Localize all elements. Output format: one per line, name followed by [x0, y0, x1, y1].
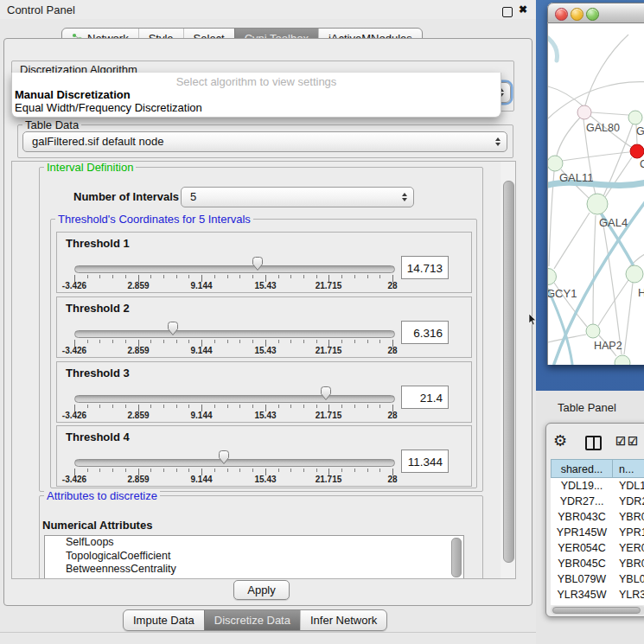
column-header-name[interactable]: n... — [613, 459, 644, 478]
tab-discretize-data[interactable]: Discretize Data — [204, 610, 300, 630]
float-window-icon[interactable] — [502, 7, 513, 17]
table-data-title: Table Data — [22, 118, 81, 131]
threshold-1-panel: Threshold 1 -3.4262.8599.14415.4321.7152… — [56, 232, 472, 293]
threshold-4-slider[interactable] — [74, 459, 395, 467]
slider-handle[interactable] — [319, 386, 333, 401]
panel-title: Control Panel — [7, 3, 75, 16]
network-view-window: GAL80 GA C GAL11 GAL4 GCY1 H HAP2 — [547, 3, 644, 365]
combo-arrows-icon — [495, 137, 501, 146]
threshold-label: Threshold 4 — [66, 430, 130, 443]
node-gal11[interactable] — [548, 156, 563, 171]
app-root: Control Panel ✖ Network Style Select Cyn… — [0, 0, 644, 644]
node-label-gal4: GAL4 — [599, 216, 628, 229]
viewport-scrollbar-thumb[interactable] — [503, 181, 514, 563]
table-row[interactable]: YDR27...YDR2 — [551, 494, 644, 509]
minimize-traffic-light[interactable] — [571, 8, 583, 21]
tab-infer-network[interactable]: Infer Network — [300, 610, 386, 630]
node-gal4[interactable] — [587, 194, 608, 214]
threshold-4-panel: Threshold 4 -3.4262.8599.14415.4321.7152… — [56, 425, 472, 487]
node-label-gcy1: GCY1 — [548, 287, 577, 300]
table-panel-title: Table Panel — [558, 401, 616, 414]
combo-arrows-icon — [402, 193, 407, 201]
table-row[interactable]: YER054CYER0 — [551, 540, 644, 556]
node-right-h[interactable] — [626, 265, 643, 283]
table-rows: YDL19...YDL1 YDR27...YDR2 YBR043CYBR0 YP… — [551, 478, 644, 605]
table-row[interactable]: YIL052CYIL0 — [551, 603, 644, 605]
table-row[interactable]: YBR043CYBR0 — [551, 509, 644, 525]
threshold-label: Threshold 1 — [66, 237, 130, 250]
close-icon[interactable]: ✖ — [519, 3, 527, 16]
dropdown-option-manual[interactable]: Manual Discretization — [15, 88, 131, 101]
table-data-combobox[interactable]: galFiltered.sif default node — [22, 131, 507, 152]
node-bottom[interactable] — [615, 355, 630, 365]
table-row[interactable]: YDL19...YDL1 — [551, 478, 644, 494]
table-row[interactable]: YPR145WYPR1 — [551, 525, 644, 540]
number-of-intervals-combobox[interactable]: 5 — [181, 187, 414, 207]
table-horizontal-scrollbar[interactable] — [551, 606, 644, 615]
column-header-shared-name[interactable]: shared... — [551, 459, 613, 478]
list-item[interactable]: BetweennessCentrality — [45, 563, 463, 577]
number-of-intervals-label: Number of Intervals — [73, 190, 179, 203]
thresholds-group-title: Threshold's Coordinates for 5 Intervals — [55, 213, 253, 226]
table-row[interactable]: YBR045CYBR0 — [551, 556, 644, 571]
checkbox-checked-icon[interactable]: ☑ — [628, 435, 638, 448]
table-hscrollbar-thumb[interactable] — [552, 607, 641, 614]
threshold-label: Threshold 2 — [66, 302, 130, 315]
dock-bottom-divider — [0, 632, 536, 633]
table-row[interactable]: YBL079WYBL0 — [551, 571, 644, 587]
node-gal80[interactable] — [577, 105, 591, 119]
tab-impute-data[interactable]: Impute Data — [124, 610, 204, 630]
numerical-attributes-list: SelfLoops TopologicalCoefficient Between… — [44, 535, 464, 579]
node-gcy1[interactable] — [548, 269, 557, 285]
viewport-scrollbar[interactable] — [501, 161, 516, 579]
node-attribute-table: shared... n... YDL19...YDL1 YDR27...YDR2… — [551, 459, 644, 605]
algorithm-dropdown-popup: Select algorithm to view settings Manual… — [11, 73, 501, 118]
threshold-4-value-field[interactable]: 11.344 — [401, 450, 449, 473]
control-panel-titlebar: Control Panel ✖ — [0, 0, 536, 19]
threshold-1-value-field[interactable]: 14.713 — [401, 256, 449, 279]
node-label-clipped-h: H — [638, 286, 644, 299]
threshold-2-value-field[interactable]: 6.316 — [401, 321, 449, 344]
zoom-traffic-light[interactable] — [586, 8, 599, 21]
apply-button[interactable]: Apply — [233, 580, 290, 600]
threshold-3-panel: Threshold 3 -3.4262.8599.14415.4321.7152… — [56, 361, 472, 423]
threshold-3-slider[interactable] — [74, 395, 395, 403]
node-label-clipped-right: GA — [636, 125, 644, 137]
table-header-row: shared... n... — [551, 459, 644, 478]
threshold-2-slider[interactable] — [74, 330, 395, 338]
settings-scroll-viewport: Interval Definition Number of Intervals … — [11, 161, 502, 579]
slider-handle[interactable] — [251, 256, 265, 271]
node-hap2[interactable] — [586, 324, 600, 338]
column-layout-icon[interactable] — [585, 436, 602, 450]
network-window-titlebar[interactable] — [547, 3, 644, 23]
checkbox-checked-icon[interactable]: ☑ — [615, 435, 626, 448]
close-traffic-light[interactable] — [555, 8, 568, 21]
threshold-2-panel: Threshold 2 -3.4262.8599.14415.4321.7152… — [56, 296, 472, 358]
slider-handle[interactable] — [217, 450, 231, 465]
interval-definition-title: Interval Definition — [44, 161, 136, 174]
list-scrollbar-thumb[interactable] — [451, 538, 462, 577]
dropdown-option-equal-width[interactable]: Equal Width/Frequency Discretization — [15, 101, 202, 114]
node-label-clipped-red: C — [640, 158, 644, 170]
node-label-gal80: GAL80 — [586, 122, 620, 134]
list-item[interactable]: TopologicalCoefficient — [45, 550, 463, 564]
network-graph[interactable]: GAL80 GA C GAL11 GAL4 GCY1 H HAP2 — [548, 23, 644, 365]
cyni-bottom-tabs: Impute Data Discretize Data Infer Networ… — [123, 609, 387, 631]
node-top-right[interactable] — [628, 111, 642, 124]
node-red-selected[interactable] — [630, 144, 644, 158]
table-panel-window: ⚙ ☑ ☑ shared... n... YDL19...YDL1 YDR27.… — [545, 423, 644, 617]
node-label-gal11: GAL11 — [559, 171, 594, 184]
slider-handle[interactable] — [166, 321, 180, 336]
node-label-hap2: HAP2 — [594, 340, 622, 352]
attributes-group-title: Attributes to discretize — [44, 489, 160, 502]
gear-icon[interactable]: ⚙ — [553, 431, 567, 450]
threshold-1-slider[interactable] — [74, 265, 395, 273]
list-item[interactable]: SelfLoops — [45, 536, 463, 550]
threshold-label: Threshold 3 — [66, 367, 130, 379]
threshold-3-value-field[interactable]: 21.4 — [401, 386, 449, 409]
dropdown-placeholder-item: Select algorithm to view settings — [12, 75, 501, 88]
table-row[interactable]: YLR345WYLR3 — [551, 587, 644, 603]
numerical-attributes-heading: Numerical Attributes — [42, 519, 152, 532]
network-canvas[interactable]: GAL80 GA C GAL11 GAL4 GCY1 H HAP2 — [547, 23, 644, 365]
